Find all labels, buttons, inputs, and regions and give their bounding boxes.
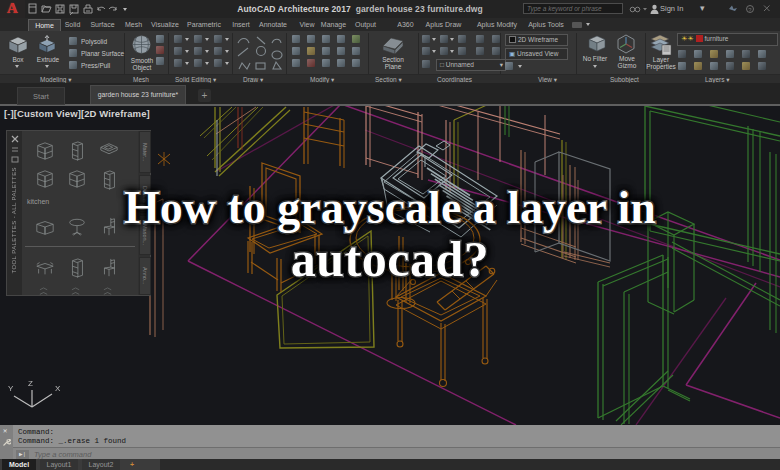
svg-text:Z: Z — [28, 379, 33, 388]
svg-text:X: X — [55, 384, 61, 393]
svg-text:Y: Y — [8, 384, 14, 393]
